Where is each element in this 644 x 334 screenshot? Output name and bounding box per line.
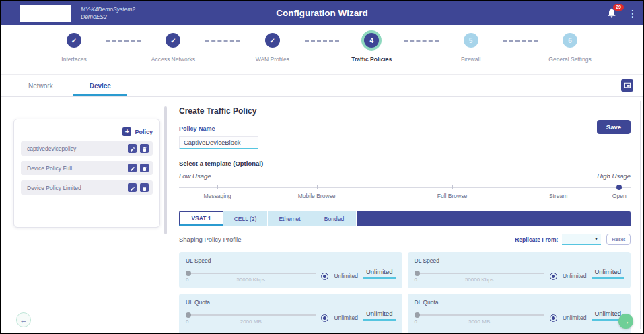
step-traffic-policies[interactable]: 4 Traffic Policies [339, 33, 404, 63]
step-connector [305, 40, 339, 42]
template-option-stream[interactable]: Stream [549, 193, 567, 199]
tab-vsat-1[interactable]: VSAT 1 [179, 211, 223, 226]
radio-dot [323, 275, 326, 278]
template-option-messaging[interactable]: Messaging [203, 193, 231, 199]
tab-network[interactable]: Network [22, 75, 60, 96]
step-connector [106, 40, 141, 42]
main-scrollbar[interactable] [640, 101, 641, 329]
system-identifier: MY-K4DemoSystem2 DemoES2 [81, 6, 135, 20]
logo-placeholder [20, 5, 71, 22]
dl-quota-panel: DL Quota 0 5000 MB Unlimited Unlimited [408, 294, 631, 333]
slider-track [186, 273, 316, 274]
low-usage-label: Low Usage [179, 172, 211, 180]
bell-icon [606, 9, 617, 21]
tab-bonded[interactable]: Bonded [312, 211, 357, 226]
slider-track [186, 314, 316, 316]
dl-speed-panel: DL Speed 0 50000 Kbps Unlimited Unlimite… [408, 252, 631, 288]
notifications-button[interactable]: 29 [606, 7, 618, 20]
dl-quota-slider[interactable]: 0 5000 MB [415, 312, 544, 323]
edit-policy-button[interactable] [128, 144, 137, 153]
ul-quota-value-input[interactable]: Unlimited [363, 310, 396, 321]
slider-thumb[interactable] [186, 271, 191, 276]
scope-tabbar: Network Device [1, 74, 643, 97]
replicate-from-select[interactable]: ▼ [562, 234, 601, 245]
step-wan-profiles[interactable]: ✓ WAN Profiles [240, 33, 305, 63]
interface-tabbar: VSAT 1 CELL (2) Ethernet Bonded [179, 211, 631, 226]
step-access-networks[interactable]: ✓ Access Networks [141, 33, 205, 63]
step-connector [205, 40, 240, 42]
slider-tick [317, 185, 318, 189]
slider-thumb[interactable] [186, 312, 191, 318]
slider-tick [217, 185, 218, 189]
ul-quota-panel: UL Quota 0 2000 MB Unlimited Unlimited Q… [179, 294, 402, 333]
ul-speed-panel: UL Speed 0 50000 Kbps Unlimited Unlimite… [179, 252, 402, 288]
check-icon: ✓ [265, 33, 280, 48]
radio-dot [552, 275, 555, 278]
policy-list-item[interactable]: Device Policy Limited [21, 180, 153, 195]
check-icon: ✓ [67, 33, 81, 48]
policy-list-item[interactable]: captivedevicepolicy [21, 141, 153, 156]
plus-icon: + [122, 127, 131, 136]
ul-speed-unlimited-radio[interactable] [321, 273, 328, 280]
step-firewall[interactable]: 5 Firewall [439, 33, 503, 63]
policy-name-input[interactable] [179, 136, 258, 149]
delete-policy-button[interactable] [140, 144, 149, 153]
shaping-profile-title: Shaping Policy Profile [179, 236, 241, 243]
delete-policy-button[interactable] [140, 164, 149, 172]
notification-count-badge: 29 [613, 4, 624, 11]
pencil-icon [130, 162, 135, 174]
system-name: MY-K4DemoSystem2 [81, 6, 135, 13]
pencil-icon [130, 143, 135, 155]
edit-policy-button[interactable] [128, 164, 137, 172]
policy-list-item[interactable]: Device Policy Full [21, 161, 153, 175]
dl-speed-value-input[interactable]: Unlimited [592, 268, 624, 279]
trash-icon [142, 162, 147, 174]
tab-device[interactable]: Device [83, 75, 118, 96]
template-option-mobile-browse[interactable]: Mobile Browse [298, 193, 336, 199]
step-number: 6 [563, 33, 577, 48]
slider-tick [559, 185, 559, 189]
dl-speed-slider[interactable]: 0 50000 Kbps [415, 271, 544, 281]
template-slider[interactable] [179, 184, 631, 191]
radio-dot [552, 316, 555, 320]
ul-quota-unlimited-radio[interactable] [321, 314, 328, 322]
step-interfaces[interactable]: ✓ Interfaces [42, 33, 106, 63]
tab-cell[interactable]: CELL (2) [223, 211, 268, 226]
slider-thumb[interactable] [415, 271, 420, 276]
template-option-full-browse[interactable]: Full Browse [437, 193, 467, 199]
ul-speed-value-input[interactable]: Unlimited [363, 268, 396, 279]
slider-track [179, 187, 631, 188]
pencil-icon [130, 182, 135, 194]
subsystem-name: DemoES2 [81, 13, 135, 21]
template-option-open[interactable]: Open [612, 193, 627, 199]
tab-ethernet[interactable]: Ethernet [268, 211, 312, 226]
step-connector [503, 40, 538, 42]
slider-track [415, 273, 544, 274]
ul-quota-slider[interactable]: 0 2000 MB [186, 312, 316, 323]
add-policy-button[interactable]: + Policy [21, 127, 153, 136]
radio-dot [323, 316, 326, 320]
app-header: MY-K4DemoSystem2 DemoES2 Configuration W… [1, 1, 643, 25]
dl-quota-unlimited-radio[interactable] [550, 314, 557, 322]
window-icon [624, 79, 631, 92]
slider-tick [452, 185, 453, 189]
open-in-window-button[interactable] [621, 79, 633, 92]
slider-thumb[interactable] [415, 312, 420, 318]
save-button[interactable]: Save [597, 120, 631, 134]
create-policy-form: Create Traffic Policy Policy Name Save S… [168, 97, 643, 333]
step-connector [404, 40, 438, 42]
reset-button[interactable]: Reset [606, 234, 631, 245]
edit-policy-button[interactable] [128, 183, 137, 192]
trash-icon [142, 143, 147, 155]
delete-policy-button[interactable] [140, 183, 149, 192]
slider-thumb[interactable] [616, 185, 622, 190]
arrow-left-icon: ← [20, 315, 28, 325]
left-scrollbar[interactable] [164, 106, 167, 234]
step-general-settings[interactable]: 6 General Settings [538, 33, 602, 63]
back-button[interactable]: ← [16, 312, 31, 327]
replicate-from-label: Replicate From: [515, 236, 558, 243]
kebab-menu-button[interactable]: ⋮ [628, 9, 633, 18]
next-button[interactable]: → [618, 314, 633, 329]
ul-speed-slider[interactable]: 0 50000 Kbps [186, 271, 316, 281]
dl-speed-unlimited-radio[interactable] [550, 273, 557, 280]
